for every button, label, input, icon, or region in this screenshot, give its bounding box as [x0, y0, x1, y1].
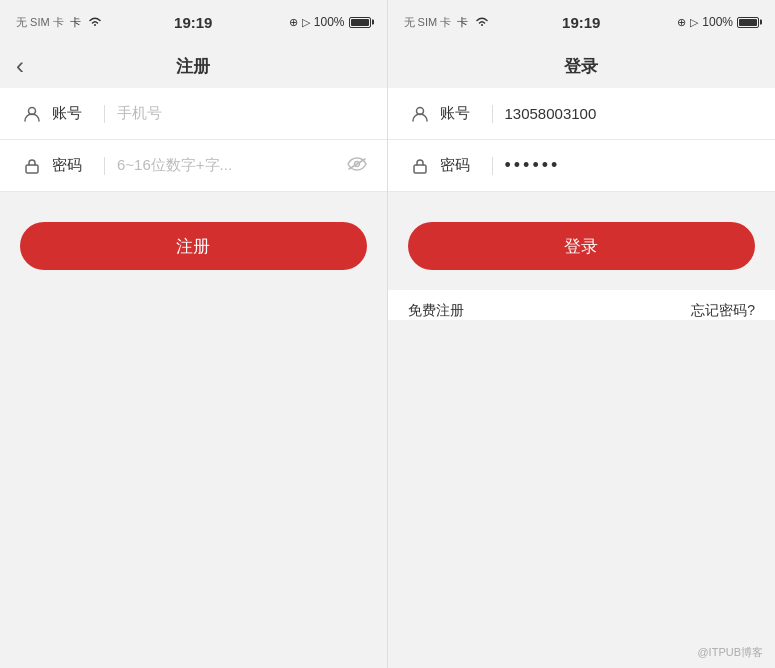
- password-input-left[interactable]: 6~16位数字+字...: [117, 156, 339, 175]
- location-icon-right: ⊕: [677, 16, 686, 29]
- time-left: 19:19: [174, 14, 212, 31]
- sim-card-icon-left: 卡: [70, 15, 81, 30]
- status-right-left: ⊕ ▷ 100%: [289, 15, 371, 29]
- separator-3: [492, 105, 493, 123]
- login-button[interactable]: 登录: [408, 222, 756, 270]
- status-left-right: 无 SIM 卡 卡: [404, 15, 491, 30]
- battery-icon-left: [349, 17, 371, 28]
- password-label-left: 密码: [52, 156, 92, 175]
- separator-1: [104, 105, 105, 123]
- forgot-password-link[interactable]: 忘记密码?: [691, 302, 755, 320]
- svg-rect-5: [414, 165, 426, 173]
- wifi-icon-left: [87, 16, 103, 28]
- wifi-icon-right: [474, 16, 490, 28]
- separator-4: [492, 157, 493, 175]
- battery-pct-left: 100%: [314, 15, 345, 29]
- direction-icon-left: ▷: [302, 16, 310, 29]
- sim-label-right: 无 SIM 卡: [404, 15, 452, 30]
- watermark: @ITPUB博客: [697, 645, 763, 660]
- password-icon-left: [20, 154, 44, 178]
- account-value-right[interactable]: 13058003100: [505, 105, 756, 122]
- password-row-left: 密码 6~16位数字+字...: [0, 140, 387, 192]
- account-icon-right: [408, 102, 432, 126]
- page-title-register: 注册: [176, 55, 210, 78]
- time-right: 19:19: [562, 14, 600, 31]
- register-form: 账号 手机号 密码 6~16位数字+字...: [0, 88, 387, 192]
- status-right-right: ⊕ ▷ 100%: [677, 15, 759, 29]
- password-value-right[interactable]: ••••••: [505, 155, 561, 176]
- password-row-right: 密码 ••••••: [388, 140, 776, 192]
- password-icon-right: [408, 154, 432, 178]
- account-label-right: 账号: [440, 104, 480, 123]
- password-label-right: 密码: [440, 156, 480, 175]
- free-register-link[interactable]: 免费注册: [408, 302, 464, 320]
- sim-label-left: 无 SIM 卡: [16, 15, 64, 30]
- login-screen: 无 SIM 卡 卡 19:19 ⊕ ▷ 100% 登录: [388, 0, 776, 668]
- separator-2: [104, 157, 105, 175]
- nav-bar-left: ‹ 注册: [0, 44, 387, 88]
- battery-icon-right: [737, 17, 759, 28]
- status-bar-right: 无 SIM 卡 卡 19:19 ⊕ ▷ 100%: [388, 0, 776, 44]
- password-toggle-left[interactable]: [347, 157, 367, 175]
- location-icon-left: ⊕: [289, 16, 298, 29]
- register-button-area: 注册: [0, 192, 387, 290]
- svg-rect-1: [26, 165, 38, 173]
- back-button[interactable]: ‹: [16, 52, 24, 80]
- nav-bar-right: 登录: [388, 44, 776, 88]
- account-input-left[interactable]: 手机号: [117, 104, 367, 123]
- account-icon-left: [20, 102, 44, 126]
- direction-icon-right: ▷: [690, 16, 698, 29]
- sim-card-icon-right: 卡: [457, 15, 468, 30]
- register-screen: 无 SIM 卡 卡 19:19 ⊕ ▷ 100% ‹ 注册: [0, 0, 388, 668]
- login-button-area: 登录: [388, 192, 776, 290]
- status-left-left: 无 SIM 卡 卡: [16, 15, 103, 30]
- battery-fill-left: [351, 19, 369, 26]
- register-button[interactable]: 注册: [20, 222, 367, 270]
- account-row-right: 账号 13058003100: [388, 88, 776, 140]
- links-row: 免费注册 忘记密码?: [388, 290, 776, 320]
- account-row-left: 账号 手机号: [0, 88, 387, 140]
- status-bar-left: 无 SIM 卡 卡 19:19 ⊕ ▷ 100%: [0, 0, 387, 44]
- page-title-login: 登录: [564, 55, 598, 78]
- battery-pct-right: 100%: [702, 15, 733, 29]
- account-label-left: 账号: [52, 104, 92, 123]
- battery-fill-right: [739, 19, 757, 26]
- login-form: 账号 13058003100 密码 ••••••: [388, 88, 776, 192]
